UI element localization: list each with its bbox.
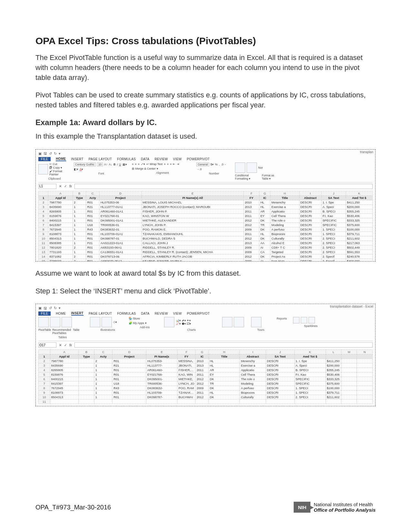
font-size-select[interactable]: 10	[97, 163, 103, 166]
row-number[interactable]: 9	[39, 232, 48, 236]
column-header[interactable]: I	[240, 350, 266, 354]
cell[interactable]: Project As	[270, 254, 299, 259]
cell[interactable]: DESCRI	[299, 236, 321, 241]
indent-inc-icon[interactable]: ⇥	[177, 163, 179, 166]
save-icon[interactable]: 🖫	[44, 152, 47, 155]
cell[interactable]: AI	[259, 245, 270, 250]
cell[interactable]: DK083632-01	[99, 227, 142, 232]
cell[interactable]: 2009	[196, 386, 209, 390]
cell[interactable]: DESCRI	[299, 218, 321, 222]
quick-access-toolbar[interactable]: ▣ 🖫 ↺ ↻ ▾	[38, 152, 373, 156]
field-header[interactable]: IC	[259, 195, 270, 200]
column-header[interactable]: E	[146, 350, 178, 354]
ribbon-tab-file[interactable]: FILE	[38, 311, 51, 316]
cell[interactable]: CD8+ T C	[270, 245, 299, 250]
cell[interactable]: DK	[259, 236, 270, 241]
cell[interactable]	[79, 377, 94, 381]
cell[interactable]: DK	[259, 227, 270, 232]
cell[interactable]: R01	[113, 372, 146, 377]
cell[interactable]	[196, 399, 209, 404]
cell[interactable]: SPECIFIC	[321, 222, 346, 227]
cell[interactable]	[113, 399, 146, 404]
cell[interactable]: 8400215	[48, 218, 73, 222]
cell[interactable]: 8415397	[50, 381, 79, 386]
cell[interactable]: The role o	[270, 218, 299, 222]
redo-icon[interactable]: ↻	[54, 306, 57, 310]
cell[interactable]	[341, 381, 357, 386]
cell[interactable]	[79, 368, 94, 372]
cell[interactable]	[240, 399, 266, 404]
cell[interactable]: 2009	[244, 245, 259, 250]
wrap-text-button[interactable]: ↩ Wrap Text	[146, 163, 163, 166]
ribbon-tab-insert[interactable]: INSERT	[71, 157, 83, 161]
table-row[interactable]: 684002151R01DK095001-01A1MIETHKE, ALEXAN…	[39, 218, 373, 222]
cell[interactable]: DESCRI	[299, 222, 321, 227]
column-header[interactable]	[39, 191, 48, 195]
cell[interactable]: RIDDELL, STANLEY R.	[142, 245, 244, 250]
cell[interactable]: 2010	[244, 200, 259, 204]
cell[interactable]: $100,000	[346, 227, 373, 232]
field-header[interactable]: Project	[113, 354, 146, 359]
cell[interactable]: RIDDELL, STANLEY R. (contact); JENSEN, M…	[142, 250, 244, 254]
cell[interactable]: AR	[259, 209, 270, 213]
cell[interactable]: 1	[73, 232, 86, 236]
cell[interactable]: 1	[73, 236, 86, 241]
cell[interactable]: DK	[259, 254, 270, 259]
table-row[interactable]: 581598761R01EY021768-KAO, WIN2011EYCell …	[39, 372, 373, 377]
cell[interactable]: 2009	[244, 227, 259, 232]
cell[interactable]: DESCRI	[266, 390, 295, 395]
field-header[interactable]: Awd Tot $	[346, 195, 373, 200]
paste-icon[interactable]	[38, 164, 48, 174]
row-number[interactable]: 3	[39, 363, 50, 368]
pivottable-button[interactable]	[38, 317, 49, 327]
grow-font-icon[interactable]: A↑	[104, 163, 108, 166]
cell[interactable]	[341, 377, 357, 381]
cell[interactable]: 8265805	[48, 209, 73, 213]
cell[interactable]: MESSINA,	[177, 359, 195, 363]
row-number[interactable]: 1	[39, 195, 48, 200]
cell[interactable]: 1	[94, 363, 112, 368]
cell[interactable]: 2013	[244, 241, 259, 245]
field-header[interactable]: Appl Id	[50, 354, 79, 359]
cell[interactable]	[357, 390, 373, 395]
cell[interactable]: EY	[259, 213, 270, 218]
cell[interactable]: R01	[86, 236, 99, 241]
cell[interactable]: R01	[86, 245, 99, 250]
table-row[interactable]: 1278018202R01AI053193-06A1RIDDELL, STANL…	[39, 245, 373, 250]
ribbon-tab-review[interactable]: REVIEW	[155, 157, 168, 161]
column-header[interactable]	[39, 350, 50, 354]
cell[interactable]: DK	[209, 377, 240, 381]
cell[interactable]: $355,245	[326, 368, 341, 372]
map-button[interactable]	[234, 317, 244, 327]
cell[interactable]: R01	[86, 259, 99, 261]
row-number[interactable]: 2	[39, 359, 50, 363]
field-header[interactable]: SA Text	[321, 195, 346, 200]
column-header[interactable]: E	[142, 191, 244, 195]
cell[interactable]: $530,406	[346, 213, 373, 218]
cell[interactable]: 2012	[196, 381, 209, 386]
cell[interactable]: 2011	[244, 213, 259, 218]
cell[interactable]	[357, 368, 373, 372]
pictures-button[interactable]	[90, 317, 100, 327]
currency-icon[interactable]: $▾	[210, 163, 214, 166]
cell[interactable]: 8108873	[50, 390, 79, 395]
cell[interactable]: DK	[209, 395, 240, 399]
column-header[interactable]: A	[48, 191, 73, 195]
cell[interactable]: CA	[259, 250, 270, 254]
cell[interactable]: TZANAKAKIS, EMMANOUHL	[142, 232, 244, 236]
cell[interactable]: HL	[209, 363, 240, 368]
cell[interactable]: Mesenchy	[270, 200, 299, 204]
underline-icon[interactable]: U	[119, 163, 121, 166]
column-header[interactable]: G	[259, 191, 270, 195]
cell[interactable]: 1	[94, 386, 112, 390]
cell[interactable]	[79, 372, 94, 377]
table-row[interactable]: 1377311931R01CA136551-01A1RIDDELL, STANL…	[39, 250, 373, 254]
cell[interactable]: 1	[73, 213, 86, 218]
cell[interactable]: $211,602	[346, 236, 373, 241]
table-row[interactable]: 1483710822R01DK079713-06AFRICIA, KIMBERL…	[39, 254, 373, 259]
align-right-icon[interactable]: ≡	[170, 163, 171, 166]
cell[interactable]: HL	[259, 200, 270, 204]
cell[interactable]: 2011	[244, 209, 259, 213]
column-header[interactable]: H	[209, 350, 240, 354]
ribbon-tab-powerpivot[interactable]: POWERPIVOT	[187, 312, 210, 315]
